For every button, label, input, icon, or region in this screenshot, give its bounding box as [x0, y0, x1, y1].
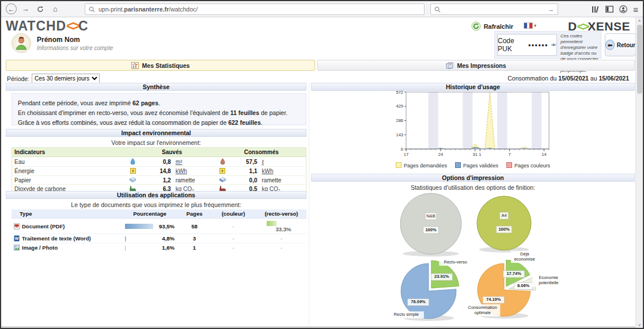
watchdoc-logo: WATCHD<>C [6, 18, 89, 34]
factory-consumed-icon [219, 186, 226, 192]
svg-text:potentielle: potentielle [539, 280, 558, 285]
puk-code-box: Code PUK ●●●●●● [497, 34, 557, 56]
reload-button[interactable] [34, 3, 47, 16]
search-icon [434, 6, 441, 13]
svg-text:7: 7 [509, 152, 511, 157]
svg-text:N&B: N&B [426, 213, 435, 219]
svg-text:8.06%: 8.06% [517, 283, 530, 288]
col-couleur: (couleur) [210, 209, 256, 219]
svg-text:14: 14 [541, 152, 546, 157]
synthese-line-3: Grâce à vos efforts combinés, vous avez … [18, 118, 300, 127]
svg-text:Déjà: Déjà [520, 251, 529, 257]
svg-text:23.91%: 23.91% [434, 274, 449, 279]
scroll-up-icon[interactable]: ˄ [636, 17, 643, 24]
unit-link[interactable]: m³ [176, 159, 183, 165]
scroll-thumb[interactable] [637, 25, 642, 94]
unit-link[interactable]: ℓ [262, 159, 264, 165]
tab-mes-impressions[interactable]: Mes Impressions [317, 60, 635, 71]
language-selector[interactable]: ▾ [524, 22, 536, 29]
unit-plain: ramette [176, 177, 195, 183]
svg-text:A4: A4 [501, 213, 506, 218]
svg-text:optimale: optimale [475, 310, 491, 315]
svg-text:Consommation: Consommation [468, 305, 497, 310]
account-icon[interactable] [619, 5, 627, 13]
vertical-scrollbar[interactable]: ˄ ˅ [635, 17, 643, 328]
svg-text:économisé: économisé [514, 257, 535, 262]
puk-dots: ●●●●●● [528, 43, 548, 48]
url-bar[interactable]: upn-print.parisnanterre.fr/watchdoc/ [85, 3, 425, 15]
scroll-down-icon[interactable]: ˅ [636, 322, 643, 328]
table-row: WTraitement de texte (Word) 4,8% 3 - - [12, 234, 306, 243]
library-icon[interactable] [592, 6, 600, 13]
user-info: Prénom Nom Informations sur votre compte [12, 33, 113, 53]
refresh-button[interactable]: Rafraîchir [471, 21, 513, 31]
pdf-icon [14, 223, 20, 229]
svg-text:429: 429 [396, 104, 403, 109]
col-indicateurs: Indicateurs [12, 148, 127, 157]
impact-table: Indicateurs Sauvés Consommés Eau 0,8 m³ … [12, 147, 306, 194]
apps-table: Type Pourcentage Pages (couleur) (recto-… [12, 209, 306, 252]
synthese-line-2: En choisissant d'imprimer en recto-verso… [18, 109, 300, 117]
svg-text:31: 31 [473, 152, 478, 157]
user-subtitle: Informations sur votre compte [37, 45, 113, 51]
puk-label: Code PUK [498, 37, 526, 53]
svg-text:76.09%: 76.09% [411, 299, 426, 304]
home-button[interactable]: ⌂ [49, 3, 62, 16]
table-row: Énergie 14,8 kWh 1,1 kWh [12, 167, 306, 176]
svg-text:286: 286 [396, 118, 403, 123]
image-icon [14, 244, 20, 251]
reload-icon [37, 6, 44, 13]
usage-legend: Pages demandéesPages validéesPages coule… [311, 162, 635, 169]
unit-link[interactable]: kWh [176, 168, 187, 174]
tab-mes-statistiques[interactable]: Mes Statistiques [6, 60, 315, 71]
back-to-site-button[interactable]: ⬅ Retour [605, 33, 636, 56]
apps-header: Utilisation des applications [6, 191, 306, 199]
svg-text:572: 572 [396, 90, 403, 95]
avatar [12, 33, 31, 53]
svg-text:Economie: Economie [539, 275, 558, 280]
svg-text:74.19%: 74.19% [486, 297, 501, 302]
bottom-strip [1, 326, 643, 328]
energy-saved-icon [130, 168, 136, 174]
factory-saved-icon [130, 186, 136, 192]
periode-select[interactable]: Ces 30 derniers jours [32, 74, 100, 83]
sidebar-icon[interactable] [605, 6, 613, 13]
duplex-bar [267, 221, 297, 226]
search-icon [89, 6, 95, 13]
table-row: Eau 0,8 m³ 57,5 ℓ [12, 157, 306, 167]
svg-text:17: 17 [404, 152, 408, 157]
screenshot-root: ← → ⌂ upn-print.parisnanterre.fr/watchdo… [0, 0, 644, 329]
svg-text:17.74%: 17.74% [506, 271, 521, 276]
col-sauves: Sauvés [127, 148, 217, 157]
water-drop-consumed-icon [220, 158, 225, 164]
svg-text:100%: 100% [425, 227, 437, 232]
legend-item: Pages couleurs [506, 162, 550, 169]
unit-link[interactable]: kWh [262, 168, 274, 174]
puk-note: Ces codes permettent d'enregistrer votre… [559, 32, 601, 58]
pct-bar [125, 246, 155, 251]
pie-economie: 17.74%Déjàéconomisé8.06%Economiepotentie… [456, 248, 552, 326]
col-pages: Pages [179, 209, 210, 219]
legend-item: Pages demandées [396, 162, 447, 169]
caret-down-icon: ▾ [534, 23, 536, 28]
watchdoc-page: WATCHD<>C Rafraîchir ▾ D<>XENSE Prénom N… [1, 17, 643, 328]
forward-button[interactable]: → [19, 3, 32, 16]
back-button[interactable]: ← [6, 3, 17, 14]
refresh-icon [471, 21, 481, 31]
puk-panel: Code PUK ●●●●●● Ces codes permettent d'e… [494, 31, 601, 59]
col-consommes: Consommés [217, 148, 306, 157]
svg-text:24: 24 [438, 152, 443, 157]
pie-format-a4: A4100% [475, 194, 533, 257]
table-row: Document (PDF) 93,5% 58 - 33,3% [12, 219, 306, 234]
eye-icon[interactable] [551, 43, 556, 47]
svg-text:Recto simple: Recto simple [394, 312, 419, 317]
user-name: Prénom Nom [37, 36, 113, 44]
water-drop-saved-icon [130, 158, 135, 164]
pct-bar [125, 224, 155, 229]
search-field[interactable]: → [430, 3, 558, 15]
printer-docs-icon [446, 62, 453, 69]
search-go-icon[interactable]: → [548, 6, 554, 13]
menu-icon[interactable]: ≡ [633, 5, 638, 14]
svg-text:1: 1 [479, 152, 481, 157]
options-header: Options d'impression [311, 174, 635, 182]
